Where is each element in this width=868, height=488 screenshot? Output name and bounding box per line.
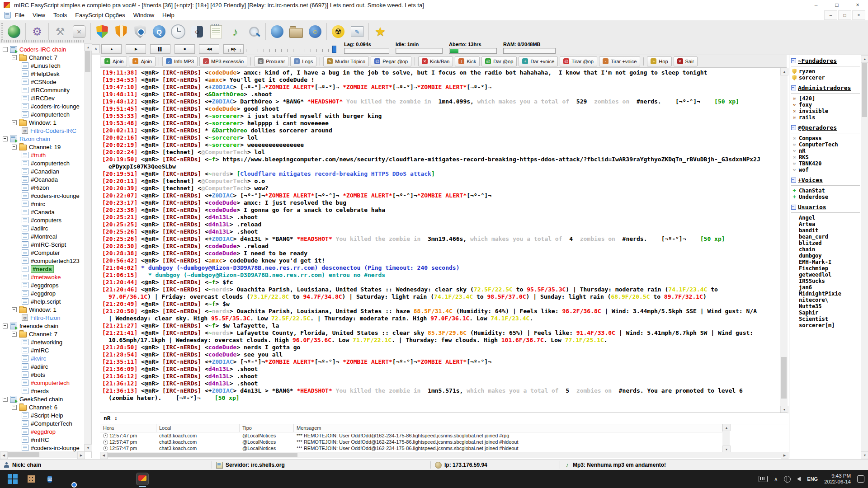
bar-button-pegar-op[interactable]: @Pegar @op: [371, 56, 411, 66]
tree-scroll-left-icon[interactable]: ◀: [0, 451, 8, 459]
tree-collapse-icon[interactable]: [12, 307, 17, 312]
tree-item--eggdrops[interactable]: #eggdrops: [0, 281, 84, 289]
nick-item-irssucks[interactable]: IRSSucks: [791, 278, 860, 284]
taskbar-clock[interactable]: 9:43 PM 2022-06-14: [824, 473, 851, 485]
tree-item--coders-irc-lounge[interactable]: #coders-irc-lounge: [0, 192, 84, 200]
tree-item--helpdesk[interactable]: #HelpDesk: [0, 70, 84, 78]
tree-scroll-down-icon[interactable]: ▼: [84, 444, 92, 452]
tree-item--computertech123[interactable]: #computertech123: [0, 257, 84, 265]
tree-item--coders-irc-lounge[interactable]: #coders-irc-lounge: [0, 102, 84, 110]
tree-item-coders-irc-chain[interactable]: Coders-IRC chain: [0, 45, 84, 53]
nick-item-jan6[interactable]: jan6: [791, 284, 860, 291]
nick-item-midnightpixie[interactable]: MidnightPixie: [791, 291, 860, 297]
bar-button-mudar-t-pico[interactable]: ✎Mudar Tópico: [323, 56, 369, 66]
app-green-icon[interactable]: [118, 473, 130, 485]
pause-button[interactable]: ▌▌: [150, 44, 170, 54]
bar-button-logs[interactable]: ≡Logs: [290, 56, 316, 66]
tree-item--rizon[interactable]: #Rizon: [0, 183, 84, 192]
bottom-scroll-right-icon[interactable]: ▶: [781, 452, 788, 459]
nick-item-blitzed[interactable]: blitzed: [791, 240, 860, 246]
nicklist-vscroll-thumb[interactable]: [862, 63, 867, 117]
tree-item--adiirc[interactable]: #adiirc: [0, 224, 84, 232]
nick-group-header-administradores[interactable]: Administradores: [791, 84, 860, 92]
tree-item--bots[interactable]: #bots: [0, 371, 84, 379]
slider-thumb[interactable]: [332, 46, 336, 53]
edge-icon[interactable]: [81, 473, 93, 485]
menu-item-tools[interactable]: Tools: [49, 12, 71, 19]
toolbar-grip[interactable]: [1, 23, 3, 41]
tree-collapse-icon[interactable]: [12, 145, 17, 150]
bar-button-hop[interactable]: »Hop: [647, 56, 671, 66]
nick-item-tbnk420[interactable]: ⚒TBNK420: [791, 160, 860, 167]
toolbar-grip-horizontal[interactable]: [1, 40, 84, 42]
notice-row[interactable]: 12:57:47 pmchat3.koach.com@LocalNotices*…: [100, 445, 730, 451]
nick-item-sorcerer[interactable]: sorcerer: [791, 75, 860, 81]
tree-item-rizon-chain[interactable]: Rizon chain: [0, 135, 84, 143]
tree-item--computertech[interactable]: #computertech: [0, 379, 84, 387]
column-header-mensagem[interactable]: Mensagem: [294, 424, 722, 432]
minimize-button[interactable]: –: [806, 0, 826, 10]
tree-item--nerds[interactable]: #nerds: [0, 265, 84, 273]
bar-button-kick[interactable]: !Kick: [455, 56, 480, 66]
column-header-hora[interactable]: Hora: [100, 424, 156, 432]
tree-item--linustech[interactable]: #LinusTech: [0, 61, 84, 70]
nick-group-header--operadores[interactable]: @Operadores: [791, 123, 860, 131]
tree-item--coders-irc-lounge[interactable]: #coders-irc-lounge: [0, 444, 84, 452]
tree-item--mirc[interactable]: #mirc: [0, 200, 84, 208]
mirc-taskbar-icon[interactable]: [137, 473, 148, 485]
bar-button-mp3-excess-o[interactable]: ♪MP3 excessão: [199, 56, 247, 66]
tray-chevron-icon[interactable]: ∧: [774, 476, 778, 482]
tree-item-freenode-chain[interactable]: freenode chain: [0, 322, 84, 330]
tree-vscroll-thumb[interactable]: [85, 51, 90, 72]
maximize-button[interactable]: □: [826, 0, 847, 10]
language-indicator[interactable]: ENG: [807, 476, 818, 482]
menu-item-view[interactable]: View: [28, 12, 49, 19]
favorites-star-icon[interactable]: ★: [373, 23, 388, 41]
tree-item--canada[interactable]: #Canada: [0, 208, 84, 216]
nick-item-rails[interactable]: ⚒rails: [791, 114, 860, 121]
tree-item--script-help[interactable]: #Script-Help: [0, 411, 84, 419]
tree-item-channel-7[interactable]: Channel: 7: [0, 53, 84, 61]
nick-item-rks[interactable]: ⚒RKS: [791, 154, 860, 160]
nick-item-bean-curd[interactable]: bean_curd: [791, 234, 860, 240]
tree-collapse-icon[interactable]: [12, 55, 17, 60]
tree-item--networking[interactable]: #networking: [0, 338, 84, 346]
message-input[interactable]: nR :: [100, 413, 788, 423]
tree-item--kvirc[interactable]: #kvirc: [0, 354, 84, 362]
tree-collapse-icon[interactable]: [3, 324, 8, 328]
menu-item-window[interactable]: Window: [129, 12, 158, 19]
tree-item--nerds[interactable]: #nerds: [0, 387, 84, 395]
stop-button[interactable]: ■: [175, 44, 195, 54]
toolbar-overflow-caret[interactable]: ∧: [92, 44, 100, 53]
volume-icon[interactable]: [797, 477, 801, 481]
tree-collapse-icon[interactable]: [12, 120, 17, 125]
network-icon[interactable]: [784, 476, 791, 483]
menu-item-help[interactable]: Help: [158, 12, 179, 19]
tree-item--mirc[interactable]: #mIRC: [0, 436, 84, 444]
menu-item-file[interactable]: File: [11, 12, 28, 19]
tree-item--ircommunity[interactable]: #IRCommunity: [0, 86, 84, 94]
chrome-icon[interactable]: [62, 473, 74, 485]
tree-hscroll-thumb[interactable]: [8, 452, 39, 457]
notification-center-icon[interactable]: [857, 475, 864, 483]
tree-item-geekshed-chain[interactable]: GeekShed chain: [0, 395, 84, 403]
options-gears-icon[interactable]: ⚙: [29, 23, 45, 41]
tree-item-filtro-coders-irc[interactable]: @Filtro-Coders-IRC: [0, 127, 84, 135]
tree-item--truth[interactable]: #truth: [0, 151, 84, 159]
tree-item--canadian[interactable]: #Canadian: [0, 167, 84, 175]
tree-collapse-icon[interactable]: [3, 136, 8, 141]
nick-item-underdose[interactable]: +Underdose: [791, 194, 860, 200]
rewind-button[interactable]: ◀◀: [199, 44, 219, 54]
scripts-box-icon[interactable]: ✕: [71, 23, 87, 41]
nick-item-angel[interactable]: Angel: [791, 215, 860, 221]
tree-item--adiirc[interactable]: #adiirc: [0, 362, 84, 371]
touch-keyboard-icon[interactable]: [759, 476, 768, 482]
globe-tools-icon[interactable]: [6, 23, 22, 41]
nick-item-saphir[interactable]: Saphir: [791, 310, 860, 316]
bar-button-info-mp3[interactable]: ♪Info MP3: [162, 56, 198, 66]
nick-item-invisible[interactable]: ⚒invisible: [791, 108, 860, 114]
bar-button-sair[interactable]: ✕Sair: [674, 56, 698, 66]
nick-item-compass[interactable]: ⚒Compass: [791, 135, 860, 141]
tree-collapse-icon[interactable]: [3, 397, 8, 402]
nick-item-artea[interactable]: Artea: [791, 221, 860, 227]
